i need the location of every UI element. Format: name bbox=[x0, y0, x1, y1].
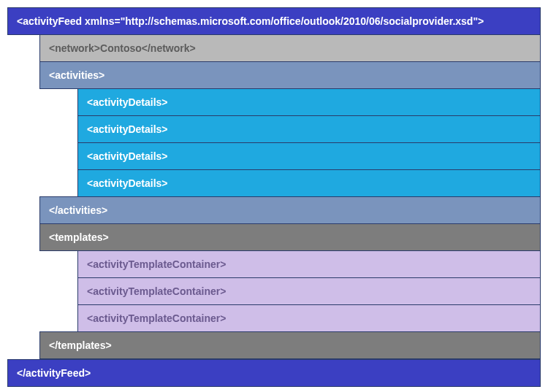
activitydetails-element: <activityDetails> bbox=[77, 169, 541, 197]
activitydetails-element: <activityDetails> bbox=[77, 115, 541, 143]
activitytemplatecontainer-element: <activityTemplateContainer> bbox=[77, 250, 541, 278]
templates-open-tag: <templates> bbox=[39, 223, 541, 251]
activities-open-tag: <activities> bbox=[39, 61, 541, 89]
xml-structure-diagram: <activityFeed xmlns="http://schemas.micr… bbox=[7, 7, 541, 387]
activitytemplatecontainer-element: <activityTemplateContainer> bbox=[77, 304, 541, 332]
activityfeed-open-tag: <activityFeed xmlns="http://schemas.micr… bbox=[7, 7, 541, 35]
activityfeed-close-tag: </activityFeed> bbox=[7, 359, 541, 387]
activitydetails-element: <activityDetails> bbox=[77, 88, 541, 116]
templates-close-tag: </templates> bbox=[39, 331, 541, 359]
activitydetails-element: <activityDetails> bbox=[77, 142, 541, 170]
network-element: <network>Contoso</network> bbox=[39, 34, 541, 62]
activities-close-tag: </activities> bbox=[39, 196, 541, 224]
activitytemplatecontainer-element: <activityTemplateContainer> bbox=[77, 277, 541, 305]
